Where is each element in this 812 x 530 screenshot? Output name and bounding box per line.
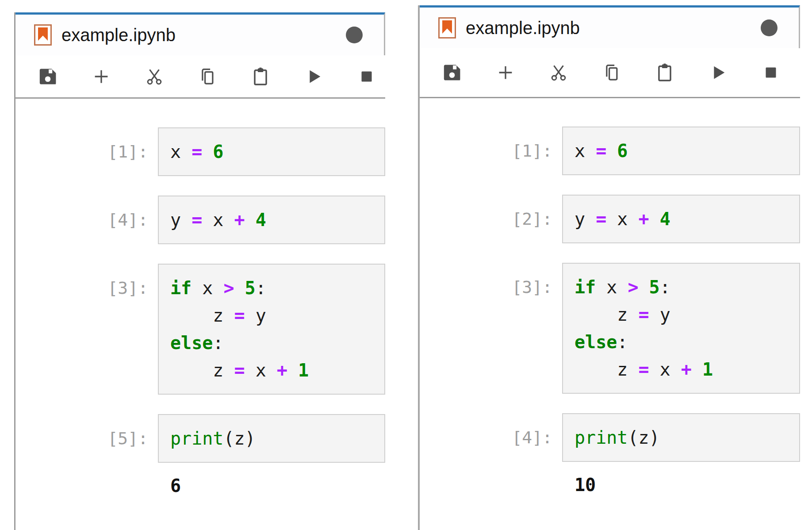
cell-editor[interactable]: y = x + 4 <box>158 196 385 244</box>
stop-button[interactable] <box>356 66 377 87</box>
cell-editor[interactable]: x = 6 <box>158 127 385 176</box>
code-token: (z) <box>223 428 255 449</box>
save-icon <box>38 66 58 87</box>
bookmark-icon <box>442 20 452 34</box>
code-cell: [2]:y = x + 4 <box>420 195 800 243</box>
code-token: > <box>223 278 234 298</box>
execution-count: [1]: <box>420 127 552 165</box>
copy-cells-button[interactable] <box>601 62 622 83</box>
run-button[interactable] <box>303 66 324 87</box>
code-token: else <box>170 333 213 353</box>
cell-editor[interactable]: y = x + 4 <box>562 195 800 243</box>
code-line: z = y <box>170 302 381 329</box>
code-token: > <box>628 277 638 297</box>
execution-count: [1]: <box>15 127 148 165</box>
code-line: x = 6 <box>170 138 381 165</box>
cell-input-row: [1]:x = 6 <box>15 127 385 176</box>
code-token: = <box>192 210 202 230</box>
code-token: z <box>575 359 639 380</box>
code-token: y <box>575 209 596 229</box>
code-token: x <box>649 359 681 380</box>
cell-editor[interactable]: if x > 5: z = yelse: z = x + 1 <box>562 263 800 394</box>
tab-bar: example.ipynb <box>15 12 385 55</box>
code-token: (z) <box>628 427 659 448</box>
code-token: 5 <box>245 278 256 298</box>
code-token <box>287 360 298 380</box>
notebook-panel-left: example.ipynb [1]:x = 6[4]:y = x + 4[3]:… <box>14 12 385 530</box>
stop-button[interactable] <box>760 62 781 83</box>
code-token: : <box>660 277 670 297</box>
execution-count: [3]: <box>420 263 552 301</box>
code-token: x <box>575 141 596 161</box>
notebook-file-icon <box>34 24 52 46</box>
clipboard-icon <box>250 66 271 87</box>
stop-icon <box>356 66 377 87</box>
run-button[interactable] <box>707 62 728 83</box>
paste-cells-button[interactable] <box>654 62 675 83</box>
cell-input-row: [3]:if x > 5: z = yelse: z = x + 1 <box>420 263 800 394</box>
code-cell: [4]:print(z)10 <box>420 413 800 496</box>
code-token: x <box>202 210 234 230</box>
code-token: : <box>256 278 266 298</box>
execution-count: [5]: <box>15 414 148 452</box>
code-line: y = x + 4 <box>170 206 381 234</box>
cell-editor[interactable]: print(z) <box>562 413 800 462</box>
notebook-panel-right: example.ipynb [1]:x = 6[2]:y = x + 4[3]:… <box>418 5 800 530</box>
code-token: 4 <box>256 210 266 230</box>
code-token: = <box>639 359 649 380</box>
cut-cells-button[interactable] <box>548 62 569 83</box>
code-token: 4 <box>660 209 670 229</box>
notebook-toolbar <box>420 48 800 98</box>
tab-example-ipynb[interactable]: example.ipynb <box>420 17 580 38</box>
execution-count: [4]: <box>420 413 552 451</box>
paste-cells-button[interactable] <box>250 66 271 87</box>
code-token: y <box>245 305 266 326</box>
code-token: y <box>170 210 192 230</box>
code-token: 5 <box>649 277 660 297</box>
cell-input-row: [3]:if x > 5: z = yelse: z = x + 1 <box>15 264 385 395</box>
tab-example-ipynb[interactable]: example.ipynb <box>15 24 176 46</box>
cell-input-row: [4]:y = x + 4 <box>15 196 385 244</box>
scissors-icon <box>144 66 165 87</box>
cut-cells-button[interactable] <box>144 66 165 87</box>
code-line: else: <box>170 329 381 357</box>
code-cell: [4]:y = x + 4 <box>15 196 385 244</box>
code-token: x <box>606 209 638 229</box>
code-line: print(z) <box>170 425 381 452</box>
code-token: = <box>234 305 245 326</box>
save-button[interactable] <box>442 62 463 83</box>
code-token: = <box>596 141 606 161</box>
code-token <box>639 277 649 297</box>
add-cell-button[interactable] <box>495 62 516 83</box>
code-token <box>245 210 256 230</box>
save-button[interactable] <box>38 66 59 87</box>
code-token: z <box>575 304 639 325</box>
add-cell-button[interactable] <box>91 66 112 87</box>
cell-editor[interactable]: print(z) <box>158 414 385 463</box>
code-token <box>649 209 660 229</box>
cell-editor[interactable]: if x > 5: z = yelse: z = x + 1 <box>158 264 385 395</box>
notebook-file-icon <box>438 17 456 38</box>
code-token: 6 <box>617 141 628 161</box>
code-line: z = x + 1 <box>170 357 381 384</box>
code-token: + <box>277 360 287 380</box>
code-line: print(z) <box>575 424 796 451</box>
bookmark-icon <box>38 27 48 41</box>
code-token: : <box>213 333 223 353</box>
code-token: z <box>170 360 234 380</box>
code-cell: [3]:if x > 5: z = yelse: z = x + 1 <box>420 263 800 394</box>
save-icon <box>442 62 463 83</box>
stop-icon <box>761 62 781 83</box>
plus-icon <box>495 62 516 83</box>
code-token: = <box>639 304 649 325</box>
code-token: x <box>245 360 277 380</box>
code-token: z <box>170 305 234 326</box>
copy-cells-button[interactable] <box>197 66 218 87</box>
code-token: + <box>234 210 245 230</box>
cell-editor[interactable]: x = 6 <box>562 127 800 175</box>
code-line: z = y <box>575 301 796 328</box>
code-line: if x > 5: <box>575 273 796 301</box>
code-line: else: <box>575 328 796 356</box>
cell-input-row: [4]:print(z) <box>420 413 800 462</box>
play-icon <box>303 66 324 87</box>
